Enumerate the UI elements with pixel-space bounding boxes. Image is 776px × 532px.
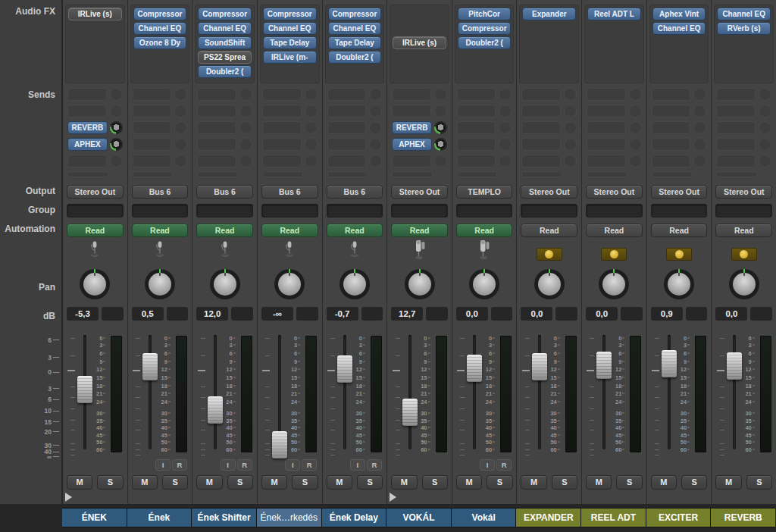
fader-track[interactable] — [337, 333, 352, 457]
send-slot[interactable] — [716, 105, 756, 117]
audio-fx-slot[interactable]: Tape Delay — [328, 36, 382, 49]
group-slot[interactable] — [196, 204, 253, 217]
volume-fader-handle[interactable] — [142, 353, 158, 380]
audio-fx-plugin-button[interactable]: Doubler2 ( — [328, 51, 382, 64]
send-slot[interactable] — [133, 155, 172, 167]
send-slot[interactable] — [521, 155, 561, 167]
audio-fx-plugin-button[interactable]: Tape Delay — [263, 36, 317, 49]
send-slot[interactable] — [457, 105, 496, 117]
audio-fx-plugin-button[interactable]: IRLive (s) — [393, 36, 446, 49]
send-slot[interactable] — [133, 121, 172, 134]
group-slot[interactable] — [586, 204, 643, 217]
audio-fx-plugin-button[interactable]: Doubler2 ( — [198, 65, 252, 78]
audio-fx-slot[interactable]: IRLive (m- — [263, 50, 317, 64]
disclosure-triangle-icon[interactable] — [65, 493, 72, 502]
track-name[interactable]: EXCITER — [646, 509, 711, 527]
audio-fx-slot[interactable] — [393, 50, 446, 64]
audio-fx-plugin-button[interactable]: Channel EQ — [652, 22, 706, 35]
track-name[interactable]: Ének Delay — [322, 509, 386, 527]
pan-knob[interactable] — [469, 269, 499, 299]
send-slot[interactable] — [67, 88, 107, 101]
send-slot[interactable] — [457, 121, 496, 134]
automation-mode-button[interactable]: Read — [651, 224, 708, 237]
audio-fx-slot[interactable] — [587, 21, 641, 35]
pan-knob[interactable] — [210, 269, 240, 299]
input-monitor-button[interactable]: I — [221, 459, 236, 471]
send-level-knob[interactable] — [110, 138, 123, 151]
volume-fader-handle[interactable] — [402, 399, 418, 426]
send-slot[interactable] — [197, 88, 236, 101]
pan-knob[interactable] — [534, 269, 565, 299]
send-slot[interactable] — [197, 105, 236, 117]
send-slot[interactable] — [521, 105, 561, 117]
send-slot[interactable] — [587, 121, 626, 134]
send-mini-slot[interactable] — [197, 171, 238, 177]
audio-fx-slot[interactable]: PitchCor — [458, 7, 512, 20]
audio-fx-slot[interactable]: Reel ADT L — [587, 7, 641, 20]
mute-button[interactable]: M — [586, 475, 612, 490]
volume-db-value[interactable]: 0,9 — [651, 307, 683, 321]
send-slot[interactable] — [587, 105, 626, 117]
send-slot[interactable] — [521, 138, 561, 151]
send-slot[interactable] — [652, 88, 691, 101]
input-monitor-button[interactable]: I — [480, 459, 495, 471]
audio-fx-slot[interactable]: Channel EQ — [263, 21, 317, 35]
send-slot[interactable] — [262, 138, 302, 151]
send-slot[interactable] — [133, 138, 172, 151]
send-slot[interactable] — [197, 155, 236, 167]
audio-fx-slot[interactable]: Channel EQ — [328, 21, 382, 35]
send-mini-slot[interactable] — [392, 171, 433, 177]
send-button[interactable]: APHEX — [392, 138, 432, 151]
fader-track[interactable] — [142, 333, 158, 457]
audio-fx-slot[interactable] — [393, 7, 446, 20]
send-slot[interactable] — [587, 138, 626, 151]
send-level-knob[interactable] — [434, 138, 447, 151]
volume-fader-handle[interactable] — [727, 352, 742, 380]
volume-db-value[interactable]: 12,7 — [391, 307, 423, 321]
audio-fx-plugin-button[interactable]: Compressor — [133, 8, 187, 20]
fader-track[interactable] — [727, 333, 742, 457]
fader-track[interactable] — [77, 333, 92, 457]
audio-fx-slot[interactable] — [587, 36, 641, 49]
volume-fader-handle[interactable] — [272, 431, 287, 458]
input-monitor-button[interactable]: I — [285, 459, 300, 471]
audio-fx-slot[interactable]: PS22 Sprea — [198, 50, 252, 64]
audio-fx-slot[interactable] — [652, 64, 706, 78]
volume-db-value[interactable]: -∞ — [261, 307, 293, 321]
audio-fx-slot[interactable] — [717, 36, 771, 49]
pan-knob[interactable] — [145, 269, 175, 299]
send-slot[interactable] — [133, 88, 172, 101]
group-slot[interactable] — [651, 204, 708, 217]
audio-fx-plugin-button[interactable]: Channel EQ — [263, 22, 317, 35]
mute-button[interactable]: M — [391, 475, 417, 490]
send-mini-slot[interactable] — [587, 171, 627, 177]
audio-fx-slot[interactable] — [458, 50, 512, 64]
audio-fx-plugin-button[interactable]: IRLive (m- — [263, 51, 317, 64]
send-slot[interactable] — [262, 88, 302, 101]
send-slot[interactable] — [457, 138, 496, 151]
audio-fx-plugin-button[interactable]: Channel EQ — [133, 22, 187, 35]
send-slot[interactable] — [392, 105, 431, 117]
send-mini-slot[interactable] — [521, 171, 562, 177]
record-enable-button[interactable]: R — [237, 459, 252, 471]
audio-fx-plugin-button[interactable]: PitchCor — [458, 8, 512, 20]
fader-track[interactable] — [596, 333, 612, 457]
audio-fx-slot[interactable]: Compressor — [263, 7, 317, 20]
automation-mode-button[interactable]: Read — [67, 224, 124, 237]
output-button[interactable]: Stereo Out — [586, 185, 643, 199]
audio-fx-slot[interactable] — [522, 36, 576, 49]
send-slot[interactable] — [457, 88, 496, 101]
audio-fx-slot[interactable] — [393, 21, 446, 35]
output-button[interactable]: TEMPLO — [456, 185, 513, 199]
record-enable-button[interactable]: R — [172, 459, 187, 471]
volume-db-value[interactable]: 0,0 — [521, 307, 552, 321]
output-button[interactable]: Stereo Out — [67, 185, 124, 199]
automation-mode-button[interactable]: Read — [261, 224, 318, 237]
send-mini-slot[interactable] — [652, 171, 693, 177]
volume-db-value[interactable]: 0,0 — [586, 307, 618, 321]
send-slot[interactable] — [327, 88, 367, 101]
audio-fx-plugin-button[interactable]: Channel EQ — [717, 8, 771, 20]
send-slot[interactable] — [327, 138, 367, 151]
solo-button[interactable]: S — [292, 475, 318, 490]
volume-db-value[interactable]: 12,0 — [196, 307, 228, 321]
